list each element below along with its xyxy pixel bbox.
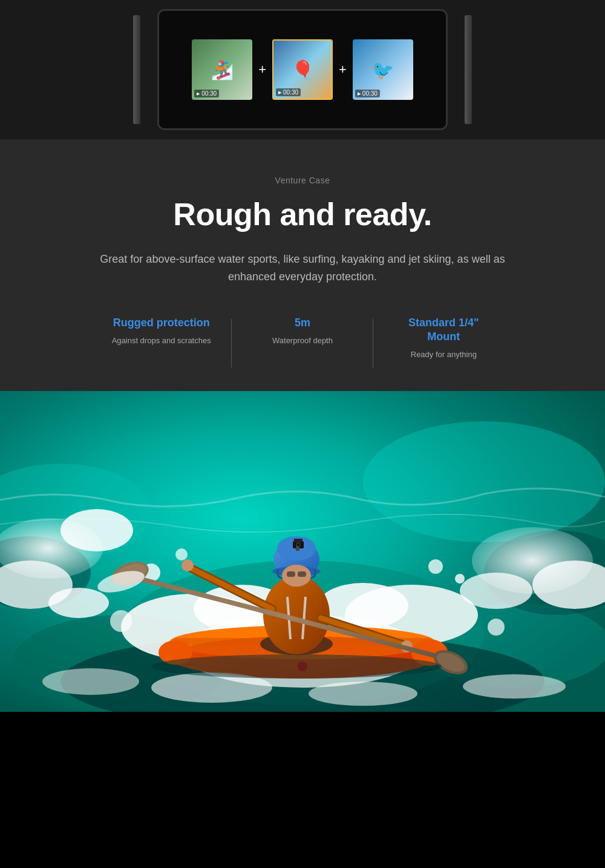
svg-point-66 — [151, 654, 442, 679]
thumb-time-1: 00:30 — [194, 90, 219, 97]
plus-icon-1: + — [258, 62, 266, 77]
phone-mockup: 🏂 00:30 + 🎈 00:30 + — [157, 9, 448, 130]
svg-point-23 — [428, 559, 443, 574]
plus-icon-2: + — [339, 62, 347, 77]
kayak-scene — [0, 391, 605, 712]
feature-rugged-desc: Against drops and scratches — [109, 335, 214, 347]
thumb-time-2: 00:30 — [276, 88, 301, 96]
feature-waterproof-title: 5m — [250, 316, 355, 330]
phone-edge-left — [133, 15, 140, 124]
features-row: Rugged protection Against drops and scra… — [91, 316, 514, 361]
svg-rect-56 — [298, 571, 306, 577]
feature-waterproof-desc: Waterproof depth — [250, 335, 355, 347]
kayak-illustration — [0, 391, 605, 712]
feature-rugged: Rugged protection Against drops and scra… — [91, 316, 232, 347]
thumbnail-2[interactable]: 🎈 00:30 — [272, 39, 333, 100]
thumb-time-3: 00:30 — [355, 90, 380, 97]
thumbnail-3[interactable]: 🐦 00:30 — [353, 39, 413, 100]
feature-mount-desc: Ready for anything — [391, 349, 496, 361]
svg-point-26 — [488, 619, 505, 636]
svg-rect-58 — [294, 539, 302, 542]
svg-rect-55 — [287, 571, 295, 577]
svg-point-12 — [48, 588, 109, 618]
svg-point-63 — [309, 682, 417, 706]
phone-section: 🏂 00:30 + 🎈 00:30 + — [0, 0, 605, 139]
thumbnail-strip: 🏂 00:30 + 🎈 00:30 + — [192, 39, 413, 100]
svg-rect-61 — [296, 546, 299, 551]
svg-point-25 — [110, 610, 132, 632]
feature-waterproof: 5m Waterproof depth — [232, 316, 373, 347]
feature-mount: Standard 1/4" Mount Ready for anything — [373, 316, 514, 361]
svg-point-60 — [297, 544, 299, 546]
svg-point-24 — [455, 574, 465, 584]
svg-point-2 — [363, 421, 605, 542]
feature-rugged-title: Rugged protection — [109, 316, 214, 330]
svg-point-10 — [60, 509, 133, 551]
svg-point-64 — [42, 668, 139, 695]
feature-mount-title: Standard 1/4" Mount — [391, 316, 496, 344]
info-section: Venture Case Rough and ready. Great for … — [0, 139, 605, 391]
svg-point-54 — [282, 565, 311, 587]
kayak-section — [0, 391, 605, 712]
svg-point-65 — [463, 674, 566, 699]
phone-edge-right — [465, 15, 472, 124]
product-description: Great for above-surface water sports, li… — [85, 251, 520, 286]
phone-screen: 🏂 00:30 + 🎈 00:30 + — [159, 11, 446, 128]
bottom-strip — [0, 712, 605, 736]
main-heading: Rough and ready. — [48, 196, 557, 232]
svg-point-22 — [175, 548, 188, 561]
svg-point-40 — [182, 559, 194, 571]
product-label: Venture Case — [48, 176, 557, 185]
thumbnail-1[interactable]: 🏂 00:30 — [192, 39, 252, 100]
